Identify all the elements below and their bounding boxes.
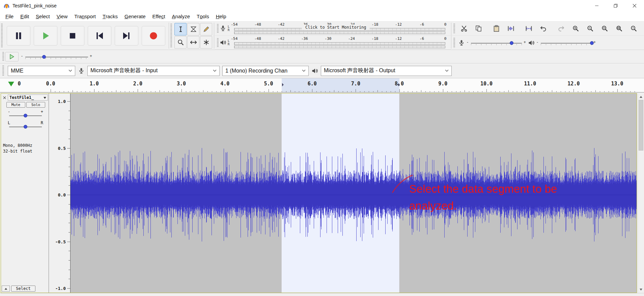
scroll-down-button[interactable] bbox=[638, 287, 644, 293]
slider-thumb[interactable] bbox=[24, 114, 27, 117]
track-close-button[interactable] bbox=[2, 95, 7, 100]
menu-effect[interactable]: Effect bbox=[149, 11, 169, 21]
timeshift-button[interactable] bbox=[187, 36, 199, 49]
ruler-tick bbox=[351, 91, 352, 92]
monitoring-text[interactable]: Click to Start Monitoring bbox=[302, 25, 370, 30]
toolbar-grip[interactable] bbox=[453, 24, 455, 33]
envelope-button[interactable] bbox=[187, 23, 199, 35]
undo-button[interactable] bbox=[536, 24, 550, 34]
paste-button[interactable] bbox=[489, 24, 503, 34]
toolbar-grip[interactable] bbox=[453, 38, 455, 48]
stop-button[interactable] bbox=[61, 26, 84, 46]
ruler-tick bbox=[247, 90, 247, 92]
ruler-tick bbox=[504, 91, 504, 92]
silence-button[interactable] bbox=[522, 24, 535, 34]
ruler-tick bbox=[125, 91, 125, 92]
vertical-scrollbar[interactable] bbox=[638, 93, 644, 293]
audio-host-select[interactable]: MME bbox=[8, 66, 75, 76]
slider-thumb[interactable] bbox=[24, 125, 27, 129]
play-at-speed-button[interactable] bbox=[5, 52, 19, 61]
timeline-label: 0.0 bbox=[46, 81, 55, 87]
toolbar-grip[interactable] bbox=[217, 38, 219, 47]
pan-slider[interactable]: L R bbox=[6, 120, 45, 131]
menu-transport[interactable]: Transport bbox=[71, 11, 99, 21]
ruler-tick bbox=[369, 91, 369, 92]
scrollbar-track[interactable] bbox=[638, 99, 644, 287]
vruler-tick bbox=[68, 251, 70, 251]
pause-button[interactable] bbox=[7, 26, 30, 46]
menu-edit[interactable]: Edit bbox=[17, 11, 32, 21]
recording-device-select[interactable]: Microsoft 声音映射器 - Input bbox=[87, 66, 220, 76]
menu-select[interactable]: Select bbox=[32, 11, 53, 21]
play-speed-slider[interactable]: - + bbox=[21, 52, 92, 61]
ruler-tick bbox=[160, 90, 160, 92]
timeline-ruler[interactable]: 0 0.01.02.03.04.05.06.07.08.09.010.011.0… bbox=[0, 78, 644, 92]
trim-button[interactable] bbox=[504, 24, 517, 34]
ruler-tick bbox=[277, 91, 278, 92]
zoom-out-button[interactable] bbox=[583, 24, 597, 34]
timeline-pin-icon[interactable] bbox=[8, 82, 14, 86]
mute-button[interactable]: Mute bbox=[6, 102, 25, 108]
solo-button[interactable]: Solo bbox=[26, 102, 45, 108]
audacity-window: TestFile1_pink_noise FileEditSelectViewT… bbox=[0, 0, 644, 296]
selection-button[interactable] bbox=[174, 23, 187, 35]
menu-analyze[interactable]: Analyze bbox=[169, 11, 193, 21]
ruler-tick bbox=[282, 91, 282, 92]
scroll-up-button[interactable] bbox=[638, 93, 644, 99]
device-toolbar: MME Microsoft 声音映射器 - Input 1 (Mono) Rec… bbox=[0, 63, 644, 78]
skip-end-button[interactable] bbox=[115, 26, 138, 46]
toolbar-grip[interactable] bbox=[170, 24, 172, 48]
close-button[interactable] bbox=[625, 0, 644, 11]
fit-project-button[interactable] bbox=[612, 24, 626, 34]
cut-button[interactable] bbox=[457, 24, 471, 34]
play-button[interactable] bbox=[34, 26, 57, 46]
vruler-tick bbox=[67, 195, 70, 195]
toolbar-grip[interactable] bbox=[217, 24, 219, 33]
menu-tracks[interactable]: Tracks bbox=[99, 11, 121, 21]
redo-button[interactable] bbox=[554, 24, 568, 34]
playback-volume-slider[interactable]: - + bbox=[537, 38, 596, 47]
slider-thumb[interactable] bbox=[510, 41, 513, 45]
minimize-button[interactable] bbox=[587, 0, 606, 11]
zoom-toggle-button[interactable] bbox=[627, 24, 640, 34]
multi-button[interactable] bbox=[200, 36, 212, 49]
recording-volume-slider[interactable]: - + bbox=[467, 38, 526, 47]
ruler-tick bbox=[330, 91, 330, 92]
record-button[interactable] bbox=[142, 26, 165, 46]
toolbar-grip[interactable] bbox=[2, 65, 4, 76]
track-name-menu[interactable]: TestFile1_ bbox=[8, 95, 48, 101]
playback-device-select[interactable]: Microsoft 声音映射器 - Output bbox=[321, 66, 452, 76]
collapse-button[interactable] bbox=[2, 286, 10, 292]
skip-start-button[interactable] bbox=[88, 26, 111, 46]
vruler-tick bbox=[67, 242, 70, 242]
ruler-tick bbox=[469, 91, 469, 92]
ruler-tick bbox=[456, 91, 456, 92]
transport-toolbar bbox=[4, 22, 168, 50]
toolbar-grip[interactable] bbox=[2, 52, 4, 61]
playback-meter: L R -54-48-42-36-30-24-18-12-60 bbox=[215, 36, 451, 50]
menu-generate[interactable]: Generate bbox=[121, 11, 149, 21]
menu-help[interactable]: Help bbox=[213, 11, 230, 21]
zoom-button[interactable] bbox=[174, 36, 187, 49]
timeline-label: 5.0 bbox=[264, 81, 273, 87]
toolbar-grip[interactable] bbox=[1, 24, 3, 48]
draw-button[interactable] bbox=[200, 23, 212, 35]
copy-button[interactable] bbox=[472, 24, 485, 34]
maximize-button[interactable] bbox=[606, 0, 625, 11]
ruler-tick bbox=[347, 91, 347, 92]
scrollbar-thumb[interactable] bbox=[639, 100, 643, 151]
menu-file[interactable]: File bbox=[2, 11, 17, 21]
zoom-in-button[interactable] bbox=[569, 24, 582, 34]
ruler-tick bbox=[434, 91, 435, 92]
gain-slider[interactable]: - + bbox=[6, 109, 45, 119]
slider-thumb[interactable] bbox=[590, 41, 594, 45]
menu-tools[interactable]: Tools bbox=[193, 11, 213, 21]
track-select-button[interactable]: Select bbox=[11, 286, 35, 292]
menu-view[interactable]: View bbox=[53, 11, 71, 21]
fit-selection-button[interactable] bbox=[598, 24, 611, 34]
titlebar: TestFile1_pink_noise bbox=[0, 0, 644, 11]
recording-channels-select[interactable]: 1 (Mono) Recording Chan bbox=[222, 66, 309, 76]
recording-meter-scale[interactable]: -54-48-42-36-30-24-18-12-60 Click to Sta… bbox=[231, 22, 449, 35]
slider-thumb[interactable] bbox=[42, 55, 46, 59]
vertical-ruler[interactable]: 1.00.50.0-0.5-1.0 bbox=[49, 93, 71, 293]
